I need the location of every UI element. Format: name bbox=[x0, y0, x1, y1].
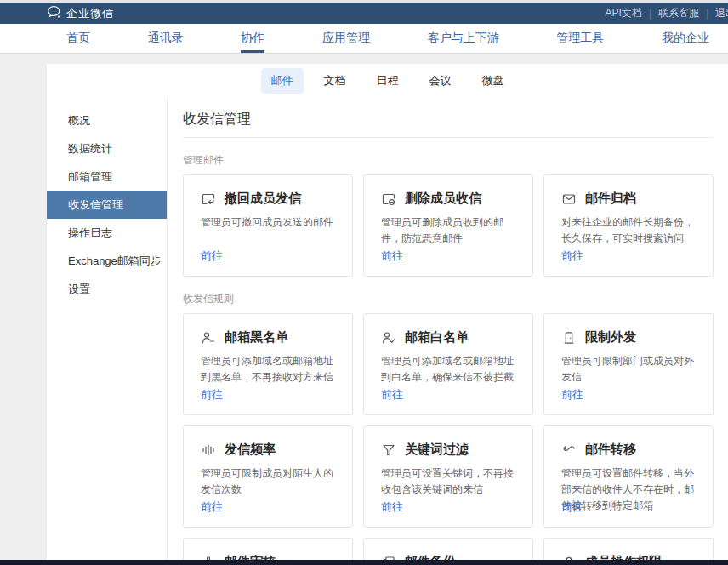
card-blacklist: 邮箱黑名单 管理员可添加域名或邮箱地址到黑名单，不再接收对方来信 前往 bbox=[183, 313, 353, 415]
subnav-tab-drive[interactable]: 微盘 bbox=[472, 68, 515, 94]
mail-archive-icon bbox=[561, 191, 577, 207]
card-head: 邮箱黑名单 bbox=[201, 329, 335, 345]
card-desc: 管理员可设置关键词，不再接收包含该关键词的来信 bbox=[381, 465, 515, 498]
card-desc: 管理员可撤回成员发送的邮件 bbox=[201, 214, 335, 231]
card-head: 删除成员收信 bbox=[381, 191, 515, 207]
logout-link[interactable]: 退出 bbox=[708, 6, 728, 20]
card-title: 邮箱黑名单 bbox=[225, 329, 288, 345]
card-head: 邮件归档 bbox=[561, 191, 696, 207]
blacklist-user-icon bbox=[201, 330, 216, 345]
card-delete-mail: 删除成员收信 管理员可删除成员收到的邮件，防范恶意邮件 前往 bbox=[363, 174, 533, 277]
card-title: 邮件转移 bbox=[585, 442, 636, 458]
card-title: 删除成员收信 bbox=[405, 191, 481, 207]
card-title: 邮件归档 bbox=[585, 191, 636, 207]
mail-transfer-icon bbox=[561, 442, 577, 458]
go-link[interactable]: 前往 bbox=[381, 499, 403, 515]
sidebar-item-statistics[interactable]: 数据统计 bbox=[47, 134, 167, 163]
chat-bubble-icon bbox=[47, 5, 61, 21]
nav-item-customers[interactable]: 客户与上下游 bbox=[428, 24, 499, 53]
delete-mail-icon bbox=[381, 191, 396, 207]
go-link[interactable]: 前往 bbox=[381, 248, 403, 264]
page-title: 收发信管理 bbox=[183, 110, 714, 128]
sidebar-item-send-receive-management[interactable]: 收发信管理 bbox=[47, 191, 167, 219]
main-content: 收发信管理 管理邮件 撤回成员发信 bbox=[168, 98, 728, 565]
restrict-outgoing-icon bbox=[561, 330, 577, 345]
collab-subnav: 邮件 文档 日程 会议 微盘 bbox=[47, 64, 728, 98]
go-link[interactable]: 前往 bbox=[201, 499, 223, 515]
primary-nav: 首页 通讯录 协作 应用管理 客户与上下游 管理工具 我的企业 bbox=[0, 24, 728, 54]
card-mail-transfer: 邮件转移 管理员可设置邮件转移，当外部来信的收件人不存在时，邮件被转移到特定邮箱… bbox=[543, 425, 714, 528]
rules-card-grid: 邮箱黑名单 管理员可添加域名或邮箱地址到黑名单，不再接收对方来信 前往 bbox=[183, 313, 714, 565]
card-title: 关键词过滤 bbox=[405, 442, 469, 458]
subnav-tab-meeting[interactable]: 会议 bbox=[419, 68, 462, 94]
sidebar-item-exchange-sync[interactable]: Exchange邮箱同步 bbox=[47, 247, 167, 275]
card-head: 邮件转移 bbox=[561, 442, 696, 458]
nav-item-home[interactable]: 首页 bbox=[66, 24, 90, 53]
subnav-tab-mail[interactable]: 邮件 bbox=[261, 68, 304, 94]
divider bbox=[183, 137, 714, 138]
page-gap bbox=[0, 54, 728, 64]
wework-logo[interactable]: 企业微信 bbox=[47, 5, 114, 21]
topbar-links: API文档 | 联系客服 | 退出 bbox=[598, 3, 728, 24]
nav-item-contacts[interactable]: 通讯录 bbox=[148, 24, 184, 53]
contact-support-link[interactable]: 联系客服 bbox=[651, 6, 706, 20]
nav-item-my-company[interactable]: 我的企业 bbox=[662, 24, 709, 53]
card-head: 撤回成员发信 bbox=[201, 191, 335, 207]
card-desc: 管理员可添加域名或邮箱地址到黑名单，不再接收对方来信 bbox=[201, 353, 335, 385]
card-head: 发信频率 bbox=[201, 442, 335, 458]
section-label-manage-mail: 管理邮件 bbox=[183, 153, 714, 168]
window-bottom-edge bbox=[0, 560, 728, 565]
card-head: 邮箱白名单 bbox=[381, 329, 515, 345]
subnav-tab-docs[interactable]: 文档 bbox=[314, 68, 356, 94]
keyword-filter-icon bbox=[381, 442, 396, 458]
go-link[interactable]: 前往 bbox=[201, 248, 223, 264]
card-desc: 对来往企业的邮件长期备份，长久保存，可实时搜索访问 bbox=[561, 214, 696, 247]
api-docs-link[interactable]: API文档 bbox=[598, 6, 648, 20]
card-desc: 管理员可添加域名或邮箱地址到白名单，确保来信不被拦截 bbox=[381, 353, 515, 385]
go-link[interactable]: 前往 bbox=[561, 248, 583, 264]
card-recall-mail: 撤回成员发信 管理员可撤回成员发送的邮件 前往 bbox=[183, 174, 353, 277]
sidebar-item-operation-log[interactable]: 操作日志 bbox=[47, 219, 167, 247]
card-head: 关键词过滤 bbox=[381, 442, 515, 458]
section-label-send-receive-rules: 收发信规则 bbox=[183, 292, 714, 306]
mail-sidebar: 概况 数据统计 邮箱管理 收发信管理 操作日志 Exchange邮箱同步 设置 bbox=[47, 98, 168, 565]
logo-text: 企业微信 bbox=[66, 6, 114, 21]
card-head: 限制外发 bbox=[561, 329, 696, 345]
card-title: 撤回成员发信 bbox=[225, 191, 301, 207]
card-whitelist: 邮箱白名单 管理员可添加域名或邮箱地址到白名单，确保来信不被拦截 前往 bbox=[363, 313, 533, 415]
content-panel: 邮件 文档 日程 会议 微盘 概况 数据统计 邮箱管理 收发信管理 操作日志 E… bbox=[47, 64, 728, 565]
sidebar-item-settings[interactable]: 设置 bbox=[47, 275, 167, 303]
card-desc: 管理员可删除成员收到的邮件，防范恶意邮件 bbox=[381, 214, 515, 247]
sidebar-item-mailbox-management[interactable]: 邮箱管理 bbox=[47, 163, 167, 191]
go-link[interactable]: 前往 bbox=[561, 387, 583, 402]
subnav-tab-calendar[interactable]: 日程 bbox=[367, 68, 409, 94]
nav-item-admin-tools[interactable]: 管理工具 bbox=[556, 24, 604, 53]
card-title: 限制外发 bbox=[585, 329, 636, 345]
go-link[interactable]: 前往 bbox=[561, 499, 583, 515]
card-restrict-outgoing: 限制外发 管理员可限制部门或成员对外发信 前往 bbox=[543, 313, 714, 415]
topbar: 企业微信 API文档 | 联系客服 | 退出 bbox=[0, 3, 728, 24]
panel-body: 概况 数据统计 邮箱管理 收发信管理 操作日志 Exchange邮箱同步 设置 … bbox=[47, 98, 728, 565]
card-title: 发信频率 bbox=[225, 442, 276, 458]
card-desc: 管理员可限制部门或成员对外发信 bbox=[561, 353, 696, 385]
card-mail-archive: 邮件归档 对来往企业的邮件长期备份，长久保存，可实时搜索访问 前往 bbox=[543, 174, 714, 277]
nav-item-collaboration[interactable]: 协作 bbox=[241, 24, 264, 53]
card-send-frequency: 发信频率 管理员可限制成员对陌生人的发信次数 前往 bbox=[183, 425, 353, 528]
card-title: 邮箱白名单 bbox=[405, 329, 469, 345]
nav-item-app-management[interactable]: 应用管理 bbox=[322, 24, 370, 53]
manage-mail-card-grid: 撤回成员发信 管理员可撤回成员发送的邮件 前往 bbox=[183, 174, 714, 277]
whitelist-user-icon bbox=[381, 330, 396, 345]
go-link[interactable]: 前往 bbox=[201, 387, 223, 402]
card-desc: 管理员可限制成员对陌生人的发信次数 bbox=[201, 465, 335, 498]
recall-mail-icon bbox=[201, 191, 216, 207]
go-link[interactable]: 前往 bbox=[381, 387, 403, 402]
send-frequency-icon bbox=[201, 442, 216, 458]
card-keyword-filter: 关键词过滤 管理员可设置关键词，不再接收包含该关键词的来信 前往 bbox=[363, 425, 533, 528]
sidebar-item-overview[interactable]: 概况 bbox=[47, 106, 167, 134]
